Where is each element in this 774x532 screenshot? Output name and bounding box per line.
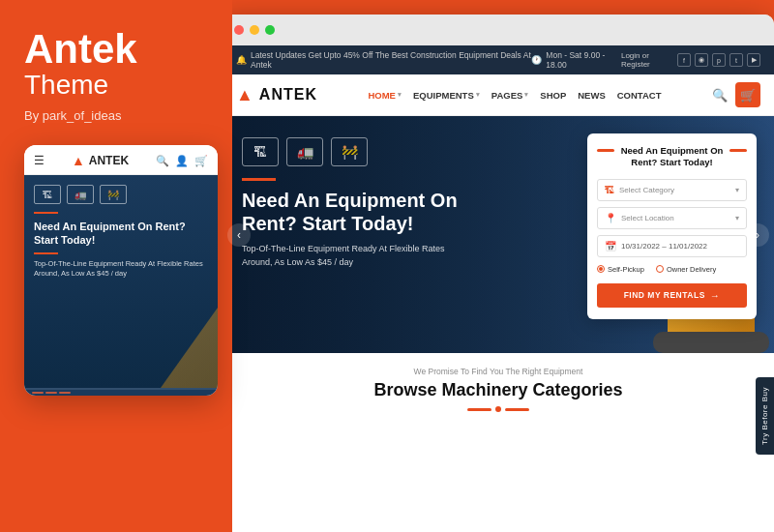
mobile-hero-title: Need An Equipment On Rent? Start Today! [34, 220, 208, 248]
nav-equipments[interactable]: EQUIPMENTS ▾ [413, 90, 480, 101]
mobile-nav-icons: 🔍 👤 🛒 [156, 155, 208, 167]
category-placeholder: Select Category [619, 186, 730, 194]
site-nav: ▲ ANTEK HOME ▾ EQUIPMENTS ▾ PAGES ▾ SHOP… [223, 74, 774, 116]
side-tab[interactable]: Try Before Buy [756, 377, 774, 455]
equip-chevron: ▾ [476, 91, 480, 99]
date-field[interactable]: 📅 10/31/2022 – 11/01/2022 [597, 235, 747, 257]
login-text[interactable]: Login or Register [621, 51, 670, 69]
cart-button[interactable]: 🛒 [735, 82, 760, 107]
mobile-logo-text: ANTEK [89, 154, 129, 167]
browse-line-left [467, 408, 491, 411]
nav-pages[interactable]: PAGES ▾ [491, 90, 529, 101]
bottom-section: We Promise To Find You The Right Equipme… [223, 353, 774, 426]
site-logo: ▲ ANTEK [236, 85, 317, 105]
location-icon: 📍 [605, 213, 616, 223]
mobile-bottom-strip [24, 388, 218, 396]
nav-contact[interactable]: CONTACT [617, 90, 662, 101]
excavator-tracks [653, 332, 769, 353]
mobile-top-bar: ☰ ▲ ANTEK 🔍 👤 🛒 [24, 145, 218, 175]
nav-pages-label: PAGES [491, 90, 523, 101]
browse-title: Browse Machinery Categories [242, 380, 755, 400]
mobile-accent-line [34, 212, 58, 214]
find-rentals-button[interactable]: FIND MY RENTALS → [597, 283, 747, 308]
promo-icon: 🔔 [236, 55, 247, 65]
owner-delivery-radio[interactable] [656, 265, 664, 273]
hero-prev-arrow[interactable]: ‹ [227, 223, 251, 247]
search-icon[interactable]: 🔍 [712, 88, 728, 103]
mobile-user-icon[interactable]: 👤 [175, 155, 189, 167]
hero-excavator-icon: 🚧 [331, 137, 368, 166]
info-bar-promo: 🔔 Latest Updates Get Upto 45% Off The Be… [236, 50, 531, 70]
mobile-logo-icon: ▲ [72, 153, 85, 168]
hero-truck-icon: 🚛 [286, 137, 323, 166]
logo-text: ANTEK [259, 86, 317, 103]
by-line: By park_of_ideas [24, 108, 208, 123]
owner-delivery-option[interactable]: Owner Delivery [656, 265, 716, 274]
pages-chevron: ▾ [524, 91, 528, 99]
nav-home-label: HOME [368, 90, 396, 101]
browser-dot-close[interactable] [234, 25, 244, 35]
mini-crane-icon: 🏗 [34, 185, 61, 204]
mobile-logo-area: ▲ ANTEK [72, 153, 129, 168]
social-icons: f ◉ p t ▶ [677, 53, 760, 67]
calendar-icon: 📅 [605, 241, 616, 251]
self-pickup-option[interactable]: Self-Pickup [597, 265, 644, 274]
nav-actions: 🔍 🛒 [712, 82, 760, 107]
browser-dot-minimize[interactable] [250, 25, 259, 35]
home-chevron: ▾ [398, 91, 402, 99]
mobile-cart-icon[interactable]: 🛒 [194, 155, 208, 167]
mini-truck-icon: 🚛 [67, 185, 94, 204]
nav-home[interactable]: HOME ▾ [368, 90, 402, 101]
delivery-options: Self-Pickup Owner Delivery [597, 265, 747, 274]
rental-form-title: Need An Equipment On Rent? Start Today! [614, 145, 729, 169]
browser-top-bar [223, 15, 774, 45]
facebook-icon[interactable]: f [677, 53, 691, 67]
category-field[interactable]: 🏗 Select Category ▾ [597, 179, 747, 201]
browser-dot-maximize[interactable] [265, 25, 275, 35]
clock-icon: 🕐 [531, 55, 542, 65]
mobile-hero: 🏗 🚛 🚧 Need An Equipment On Rent? Start T… [24, 175, 218, 388]
instagram-icon[interactable]: ◉ [695, 53, 708, 67]
pinterest-icon[interactable]: p [712, 53, 726, 67]
mobile-orange-line [34, 252, 58, 254]
location-arrow: ▾ [735, 214, 739, 222]
mobile-search-icon[interactable]: 🔍 [156, 155, 169, 167]
self-pickup-label: Self-Pickup [608, 265, 644, 274]
cart-icon: 🛒 [740, 88, 756, 103]
hero-orange-bar [242, 178, 276, 181]
nav-news-label: NEWS [578, 90, 606, 101]
twitter-icon[interactable]: t [729, 53, 743, 67]
category-icon: 🏗 [605, 185, 614, 195]
mini-excavator-icon: 🚧 [100, 185, 127, 204]
mobile-strip-decoration [32, 392, 71, 394]
side-tab-label: Try Before Buy [760, 387, 769, 445]
info-bar-right: Login or Register f ◉ p t ▶ [621, 51, 760, 69]
nav-equipments-label: EQUIPMENTS [413, 90, 474, 101]
find-rentals-label: FIND MY RENTALS [624, 290, 705, 300]
hours-text: Mon - Sat 9.00 - 18.00 [546, 50, 621, 70]
mobile-hero-desc: Top-Of-The-Line Equipment Ready At Flexi… [34, 259, 208, 280]
location-field[interactable]: 📍 Select Location ▾ [597, 207, 747, 229]
category-arrow: ▾ [735, 186, 739, 194]
location-placeholder: Select Location [621, 214, 730, 222]
nav-links: HOME ▾ EQUIPMENTS ▾ PAGES ▾ SHOP NEWS CO… [368, 90, 661, 101]
info-bar-hours: 🕐 Mon - Sat 9.00 - 18.00 [531, 50, 621, 70]
form-header-bar-right [729, 149, 747, 152]
mobile-hero-icons: 🏗 🚛 🚧 [34, 185, 208, 204]
nav-news[interactable]: NEWS [578, 90, 606, 101]
browse-line-dot [495, 406, 501, 412]
youtube-icon[interactable]: ▶ [747, 53, 760, 67]
owner-delivery-label: Owner Delivery [667, 265, 716, 274]
hero-crane-icon: 🏗 [242, 137, 279, 166]
self-pickup-radio[interactable] [597, 265, 605, 273]
browse-line-right [505, 408, 529, 411]
nav-shop-label: SHOP [540, 90, 566, 101]
brand-name: Antek [24, 29, 208, 70]
find-rentals-arrow: → [710, 290, 721, 301]
nav-shop[interactable]: SHOP [540, 90, 566, 101]
form-header-bar-left [597, 149, 614, 152]
browse-sub-text: We Promise To Find You The Right Equipme… [242, 367, 755, 376]
nav-contact-label: CONTACT [617, 90, 662, 101]
hero-desc: Top-Of-The-Line Equipment Ready At Flexi… [242, 243, 455, 269]
promo-text: Latest Updates Get Upto 45% Off The Best… [251, 50, 531, 70]
